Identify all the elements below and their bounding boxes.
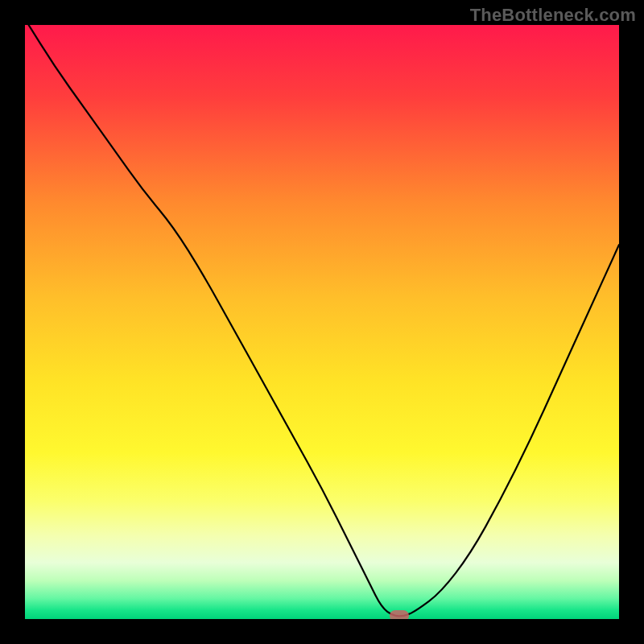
chart-frame: TheBottleneck.com <box>0 0 644 644</box>
plot-area <box>25 25 619 619</box>
bottleneck-curve <box>25 25 619 619</box>
optimum-marker <box>390 610 409 619</box>
branding-watermark: TheBottleneck.com <box>470 5 636 26</box>
